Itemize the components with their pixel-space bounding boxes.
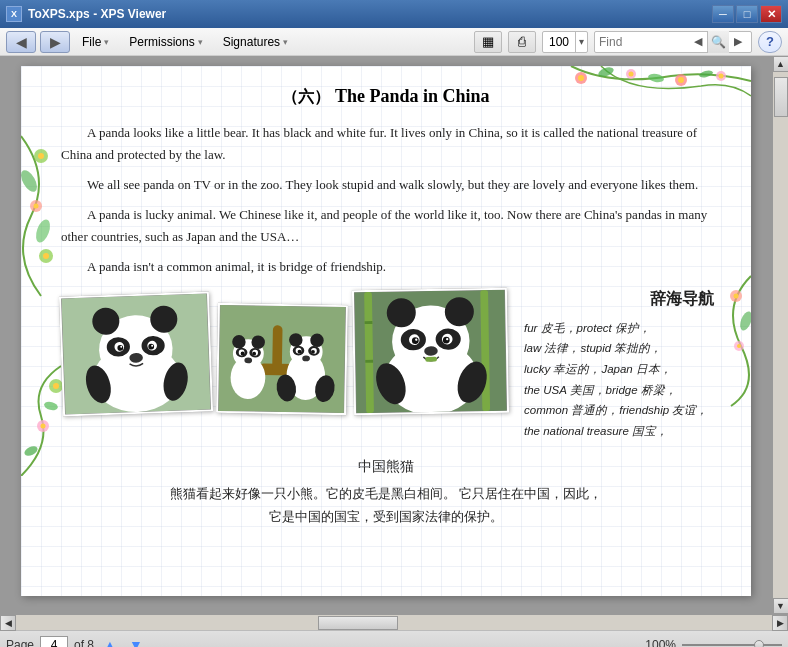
signatures-label: Signatures [223,35,280,49]
svg-point-26 [734,294,739,299]
svg-point-18 [33,218,52,245]
zoom-slider-thumb[interactable] [754,640,764,648]
svg-point-25 [730,290,742,302]
document-area: （六） The Panda in China A panda looks lik… [0,56,788,614]
forward-icon: ▶ [50,34,61,50]
window-controls: ─ □ ✕ [712,5,782,23]
doc-view-button[interactable]: ▦ [474,31,502,53]
svg-point-4 [675,74,687,86]
scroll-right-button[interactable]: ▶ [772,615,788,631]
scroll-thumb[interactable] [774,77,788,117]
scroll-down-button[interactable]: ▼ [773,598,789,614]
back-button[interactable]: ◀ [6,31,36,53]
document-title: （六） The Panda in China [61,86,711,108]
chinese-section: 中国熊猫 熊猫看起来好像一只小熊。它的皮毛是黑白相间。 它只居住在中国，因此， … [61,458,711,529]
document-scroll[interactable]: （六） The Panda in China A panda looks lik… [0,56,772,614]
svg-point-22 [53,383,59,389]
svg-point-16 [43,253,49,259]
maximize-button[interactable]: □ [736,5,758,23]
file-label: File [82,35,101,49]
zoom-slider[interactable] [682,637,782,648]
zoom-slider-area [682,637,782,648]
svg-point-13 [30,200,42,212]
svg-rect-91 [425,356,437,361]
page-of-label: of 8 [74,638,94,648]
svg-point-5 [678,77,684,83]
svg-point-28 [737,344,741,348]
svg-point-11 [34,149,48,163]
scroll-track[interactable] [773,72,788,598]
doc-view-icon: ▦ [482,34,494,49]
window-title: ToXPS.xps - XPS Viewer [28,7,166,21]
permissions-label: Permissions [129,35,194,49]
zoom-combo[interactable]: 100 ▾ [542,31,588,53]
svg-point-29 [738,310,751,332]
document-page: （六） The Panda in China A panda looks lik… [21,66,751,596]
zoom-value: 100 [543,35,575,49]
app-icon: X [6,6,22,22]
close-button[interactable]: ✕ [760,5,782,23]
svg-point-0 [575,72,587,84]
file-menu[interactable]: File ▾ [74,33,117,51]
zoom-slider-track [682,644,782,646]
scroll-h-thumb[interactable] [318,616,398,630]
vocab-text: fur 皮毛，protect 保护， law 法律，stupid 笨拙的， lu… [524,318,714,442]
page-up-button[interactable]: ▲ [100,635,120,648]
content-row: 辞海导航 fur 皮毛，protect 保护， law 法律，stupid 笨拙… [61,289,711,442]
chinese-title: 中国熊猫 [61,458,711,476]
svg-point-7 [719,74,724,79]
title-bar: X ToXPS.xps - XPS Viewer ─ □ ✕ [0,0,788,28]
svg-point-3 [629,72,634,77]
photos-section [61,289,508,414]
signatures-arrow-icon: ▾ [283,37,288,47]
svg-point-23 [23,444,39,457]
forward-button[interactable]: ▶ [40,31,70,53]
panda-photo-1 [59,291,213,416]
vocab-section: 辞海导航 fur 皮毛，protect 保护， law 法律，stupid 笨拙… [524,289,714,442]
vertical-scrollbar[interactable]: ▲ ▼ [772,56,788,614]
para-3: A panda is lucky animal. We Chinese like… [61,204,711,248]
vocab-title: 辞海导航 [524,289,714,310]
svg-point-17 [21,168,40,195]
back-icon: ◀ [16,34,27,50]
print-button[interactable]: ⎙ [508,31,536,53]
page-number-input[interactable] [40,636,68,648]
print-icon: ⎙ [518,34,526,49]
panda-photo-2 [216,302,348,414]
svg-point-6 [716,71,726,81]
zoom-arrow-icon[interactable]: ▾ [575,32,587,52]
chinese-para-1: 熊猫看起来好像一只小熊。它的皮毛是黑白相间。 它只居住在中国，因此， [61,482,711,505]
scroll-h-track[interactable] [16,615,772,630]
help-button[interactable]: ? [758,31,782,53]
para-2: We all see panda on TV or in the zoo. Th… [61,174,711,196]
para-4: A panda isn't a common animal, it is bri… [61,256,711,278]
scroll-up-button[interactable]: ▲ [773,56,789,72]
zoom-percent-label: 100% [645,638,676,648]
svg-point-20 [41,424,46,429]
find-input[interactable] [599,35,689,49]
para-1: A panda looks like a little bear. It has… [61,122,711,166]
svg-rect-48 [272,325,282,373]
minimize-button[interactable]: ─ [712,5,734,23]
chinese-para-2: 它是中国的国宝，受到国家法律的保护。 [61,505,711,528]
permissions-arrow-icon: ▾ [198,37,203,47]
signatures-menu[interactable]: Signatures ▾ [215,33,296,51]
svg-point-19 [37,420,49,432]
file-arrow-icon: ▾ [104,37,109,47]
svg-point-8 [597,66,615,78]
svg-point-24 [43,400,59,411]
horizontal-scrollbar[interactable]: ◀ ▶ [0,614,788,630]
svg-point-1 [578,75,584,81]
find-box: ◀ 🔍 ▶ [594,31,752,53]
title-paren: （六） [282,88,330,105]
permissions-menu[interactable]: Permissions ▾ [121,33,210,51]
page-down-button[interactable]: ▼ [126,635,146,648]
panda-photo-3 [352,287,509,415]
find-right-icon[interactable]: ▶ [729,31,747,53]
scroll-left-button[interactable]: ◀ [0,615,16,631]
svg-point-14 [34,204,39,209]
title-en: The Panda in China [335,86,490,106]
find-search-button[interactable]: 🔍 [707,31,729,53]
toolbar-right: ▦ ⎙ 100 ▾ ◀ 🔍 ▶ ? [474,31,782,53]
find-left-icon[interactable]: ◀ [689,31,707,53]
